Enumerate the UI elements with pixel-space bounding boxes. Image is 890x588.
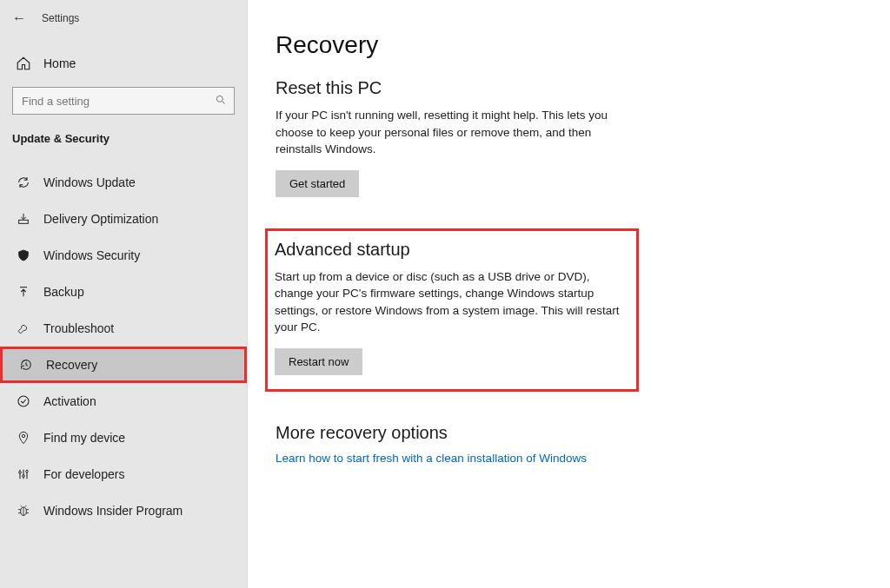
page-title: Recovery (276, 31, 862, 59)
svg-point-5 (22, 434, 24, 437)
svg-line-1 (222, 101, 225, 103)
sidebar-item-windows-insider-program[interactable]: Windows Insider Program (0, 492, 247, 529)
sidebar-item-windows-update[interactable]: Windows Update (0, 164, 247, 201)
section-advanced-startup: Advanced startup Start up from a device … (265, 228, 639, 392)
sidebar-item-activation[interactable]: Activation (0, 383, 247, 420)
sidebar-item-recovery[interactable]: Recovery (0, 347, 247, 383)
sliders-icon (16, 467, 31, 481)
clean-install-link[interactable]: Learn how to start fresh with a clean in… (276, 452, 862, 465)
sidebar-item-label: Delivery Optimization (43, 212, 158, 226)
reset-title: Reset this PC (276, 78, 862, 98)
advanced-text: Start up from a device or disc (such as … (275, 268, 622, 336)
advanced-title: Advanced startup (275, 240, 624, 260)
back-icon[interactable]: ← (12, 10, 26, 26)
location-icon (16, 431, 31, 445)
get-started-button[interactable]: Get started (276, 170, 359, 197)
sidebar-item-label: Windows Insider Program (43, 504, 183, 518)
bug-icon (16, 504, 31, 518)
main-content: Recovery Reset this PC If your PC isn't … (248, 0, 890, 588)
restart-now-button[interactable]: Restart now (275, 348, 362, 375)
sidebar-header: ← Settings (0, 0, 247, 33)
sidebar-nav: Windows UpdateDelivery OptimizationWindo… (0, 164, 247, 529)
sidebar-item-for-developers[interactable]: For developers (0, 456, 247, 492)
svg-point-11 (26, 470, 29, 472)
sidebar-item-label: For developers (43, 467, 124, 481)
svg-point-0 (216, 96, 222, 102)
sidebar: ← Settings Home Update & Security Window… (0, 0, 248, 588)
section-more-recovery: More recovery options Learn how to start… (276, 423, 862, 465)
svg-point-4 (18, 396, 29, 406)
section-reset: Reset this PC If your PC isn't running w… (276, 78, 862, 197)
upload-icon (16, 285, 31, 299)
sidebar-item-label: Recovery (46, 358, 97, 372)
shield-icon (16, 248, 31, 262)
sidebar-item-label: Backup (43, 285, 84, 299)
sidebar-item-troubleshoot[interactable]: Troubleshoot (0, 310, 247, 347)
more-recovery-title: More recovery options (276, 423, 862, 443)
svg-rect-2 (19, 220, 29, 223)
sidebar-home[interactable]: Home (0, 45, 247, 82)
sidebar-item-label: Find my device (43, 431, 125, 445)
sidebar-item-windows-security[interactable]: Windows Security (0, 237, 247, 274)
app-title: Settings (42, 12, 79, 24)
sidebar-item-label: Windows Update (43, 175, 136, 189)
sidebar-item-label: Activation (43, 394, 96, 408)
home-icon (16, 56, 31, 71)
download-box-icon (16, 212, 31, 226)
svg-point-9 (19, 472, 22, 474)
reset-text: If your PC isn't running well, resetting… (276, 107, 623, 158)
search-box[interactable] (12, 87, 235, 115)
sidebar-item-label: Windows Security (43, 248, 140, 262)
sidebar-item-delivery-optimization[interactable]: Delivery Optimization (0, 201, 247, 237)
history-icon (18, 358, 34, 372)
sidebar-item-label: Troubleshoot (43, 321, 114, 335)
search-icon (215, 94, 227, 109)
wrench-icon (16, 321, 31, 335)
sidebar-category: Update & Security (0, 123, 247, 150)
sidebar-home-label: Home (43, 56, 76, 70)
sidebar-item-find-my-device[interactable]: Find my device (0, 420, 247, 456)
check-circle-icon (16, 394, 31, 408)
svg-point-10 (23, 475, 25, 478)
sidebar-item-backup[interactable]: Backup (0, 274, 247, 310)
refresh-icon (16, 175, 31, 189)
search-input[interactable] (20, 94, 196, 109)
